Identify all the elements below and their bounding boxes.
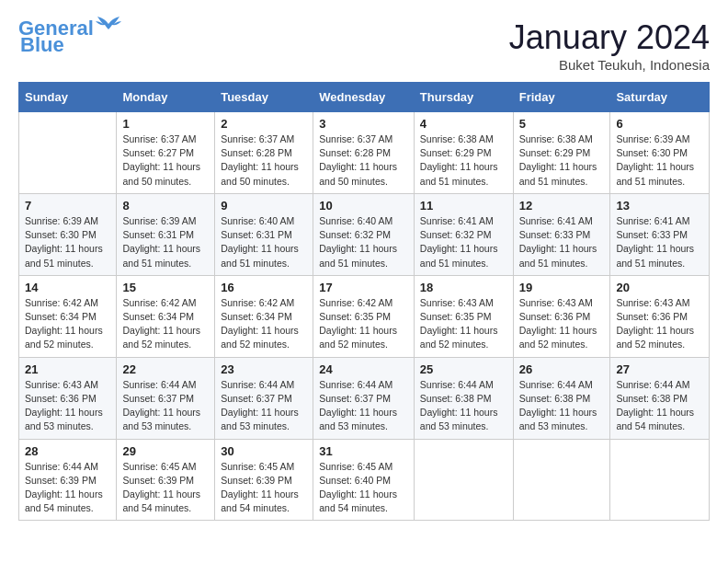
day-number: 21 bbox=[25, 362, 110, 376]
day-info: Sunrise: 6:45 AM Sunset: 6:39 PM Dayligh… bbox=[221, 460, 307, 516]
day-number: 7 bbox=[25, 199, 110, 213]
logo-blue: Blue bbox=[18, 35, 64, 55]
logo: General Blue bbox=[18, 18, 121, 55]
day-number: 28 bbox=[25, 444, 110, 458]
calendar-cell: 24Sunrise: 6:44 AM Sunset: 6:37 PM Dayli… bbox=[313, 357, 415, 439]
day-number: 13 bbox=[616, 199, 703, 213]
calendar-cell: 12Sunrise: 6:41 AM Sunset: 6:33 PM Dayli… bbox=[513, 193, 610, 275]
calendar-week-row: 1Sunrise: 6:37 AM Sunset: 6:27 PM Daylig… bbox=[19, 112, 710, 194]
day-number: 26 bbox=[519, 362, 605, 376]
day-number: 14 bbox=[25, 281, 110, 294]
calendar-cell: 17Sunrise: 6:42 AM Sunset: 6:35 PM Dayli… bbox=[313, 275, 415, 357]
calendar-cell: 6Sunrise: 6:39 AM Sunset: 6:30 PM Daylig… bbox=[610, 112, 710, 194]
day-number: 23 bbox=[221, 362, 307, 376]
day-number: 8 bbox=[122, 199, 209, 213]
day-info: Sunrise: 6:39 AM Sunset: 6:30 PM Dayligh… bbox=[616, 132, 703, 189]
day-info: Sunrise: 6:45 AM Sunset: 6:40 PM Dayligh… bbox=[319, 460, 408, 516]
day-info: Sunrise: 6:43 AM Sunset: 6:36 PM Dayligh… bbox=[25, 378, 110, 434]
day-info: Sunrise: 6:41 AM Sunset: 6:33 PM Dayligh… bbox=[519, 214, 605, 270]
day-number: 20 bbox=[616, 281, 703, 294]
calendar-table: SundayMondayTuesdayWednesdayThursdayFrid… bbox=[18, 82, 710, 521]
day-info: Sunrise: 6:37 AM Sunset: 6:28 PM Dayligh… bbox=[221, 132, 307, 189]
weekday-header-cell: Friday bbox=[513, 83, 610, 112]
day-info: Sunrise: 6:44 AM Sunset: 6:37 PM Dayligh… bbox=[319, 378, 408, 434]
day-number: 12 bbox=[519, 199, 605, 213]
calendar-cell bbox=[414, 439, 513, 521]
day-info: Sunrise: 6:42 AM Sunset: 6:35 PM Dayligh… bbox=[319, 296, 408, 352]
day-number: 27 bbox=[616, 362, 703, 376]
calendar-cell: 9Sunrise: 6:40 AM Sunset: 6:31 PM Daylig… bbox=[215, 193, 313, 275]
calendar-cell: 10Sunrise: 6:40 AM Sunset: 6:32 PM Dayli… bbox=[313, 193, 415, 275]
calendar-cell: 2Sunrise: 6:37 AM Sunset: 6:28 PM Daylig… bbox=[215, 112, 313, 194]
day-info: Sunrise: 6:44 AM Sunset: 6:38 PM Dayligh… bbox=[420, 378, 507, 434]
day-number: 5 bbox=[519, 117, 605, 131]
day-info: Sunrise: 6:40 AM Sunset: 6:32 PM Dayligh… bbox=[319, 214, 408, 270]
calendar-cell bbox=[610, 439, 710, 521]
day-info: Sunrise: 6:43 AM Sunset: 6:36 PM Dayligh… bbox=[519, 296, 605, 352]
day-number: 6 bbox=[616, 117, 703, 131]
calendar-cell: 7Sunrise: 6:39 AM Sunset: 6:30 PM Daylig… bbox=[19, 193, 117, 275]
day-info: Sunrise: 6:44 AM Sunset: 6:38 PM Dayligh… bbox=[519, 378, 605, 434]
day-number: 9 bbox=[221, 199, 307, 213]
day-info: Sunrise: 6:42 AM Sunset: 6:34 PM Dayligh… bbox=[25, 296, 110, 352]
day-number: 19 bbox=[519, 281, 605, 294]
page-header: General Blue January 2024 Buket Teukuh, … bbox=[18, 18, 710, 73]
day-info: Sunrise: 6:40 AM Sunset: 6:31 PM Dayligh… bbox=[221, 214, 307, 270]
day-info: Sunrise: 6:37 AM Sunset: 6:28 PM Dayligh… bbox=[319, 132, 408, 189]
calendar-cell bbox=[513, 439, 610, 521]
day-info: Sunrise: 6:42 AM Sunset: 6:34 PM Dayligh… bbox=[122, 296, 209, 352]
weekday-header-cell: Monday bbox=[117, 83, 215, 112]
day-number: 24 bbox=[319, 362, 408, 376]
calendar-cell: 11Sunrise: 6:41 AM Sunset: 6:32 PM Dayli… bbox=[414, 193, 513, 275]
calendar-body: 1Sunrise: 6:37 AM Sunset: 6:27 PM Daylig… bbox=[19, 112, 710, 521]
day-number: 18 bbox=[420, 281, 507, 294]
logo-bird-icon bbox=[96, 17, 121, 37]
day-number: 3 bbox=[319, 117, 408, 131]
day-info: Sunrise: 6:44 AM Sunset: 6:37 PM Dayligh… bbox=[122, 378, 209, 434]
day-info: Sunrise: 6:41 AM Sunset: 6:33 PM Dayligh… bbox=[616, 214, 703, 270]
weekday-header-cell: Sunday bbox=[19, 83, 117, 112]
day-number: 25 bbox=[420, 362, 507, 376]
day-info: Sunrise: 6:41 AM Sunset: 6:32 PM Dayligh… bbox=[420, 214, 507, 270]
day-number: 30 bbox=[221, 444, 307, 458]
calendar-cell: 20Sunrise: 6:43 AM Sunset: 6:36 PM Dayli… bbox=[610, 275, 710, 357]
calendar-cell: 19Sunrise: 6:43 AM Sunset: 6:36 PM Dayli… bbox=[513, 275, 610, 357]
day-info: Sunrise: 6:39 AM Sunset: 6:31 PM Dayligh… bbox=[122, 214, 209, 270]
calendar-cell: 15Sunrise: 6:42 AM Sunset: 6:34 PM Dayli… bbox=[117, 275, 215, 357]
calendar-cell: 4Sunrise: 6:38 AM Sunset: 6:29 PM Daylig… bbox=[414, 112, 513, 194]
calendar-week-row: 7Sunrise: 6:39 AM Sunset: 6:30 PM Daylig… bbox=[19, 193, 710, 275]
weekday-header-cell: Tuesday bbox=[215, 83, 313, 112]
calendar-cell: 21Sunrise: 6:43 AM Sunset: 6:36 PM Dayli… bbox=[19, 357, 117, 439]
day-info: Sunrise: 6:45 AM Sunset: 6:39 PM Dayligh… bbox=[122, 460, 209, 516]
location: Buket Teukuh, Indonesia bbox=[509, 57, 710, 73]
calendar-cell: 30Sunrise: 6:45 AM Sunset: 6:39 PM Dayli… bbox=[215, 439, 313, 521]
day-number: 4 bbox=[420, 117, 507, 131]
calendar-cell: 8Sunrise: 6:39 AM Sunset: 6:31 PM Daylig… bbox=[117, 193, 215, 275]
calendar-cell: 28Sunrise: 6:44 AM Sunset: 6:39 PM Dayli… bbox=[19, 439, 117, 521]
calendar-cell bbox=[19, 112, 117, 194]
day-info: Sunrise: 6:38 AM Sunset: 6:29 PM Dayligh… bbox=[519, 132, 605, 189]
day-info: Sunrise: 6:44 AM Sunset: 6:37 PM Dayligh… bbox=[221, 378, 307, 434]
weekday-header-cell: Saturday bbox=[610, 83, 710, 112]
weekday-header-cell: Wednesday bbox=[313, 83, 415, 112]
day-number: 22 bbox=[122, 362, 209, 376]
calendar-cell: 16Sunrise: 6:42 AM Sunset: 6:34 PM Dayli… bbox=[215, 275, 313, 357]
day-number: 31 bbox=[319, 444, 408, 458]
calendar-cell: 22Sunrise: 6:44 AM Sunset: 6:37 PM Dayli… bbox=[117, 357, 215, 439]
calendar-cell: 5Sunrise: 6:38 AM Sunset: 6:29 PM Daylig… bbox=[513, 112, 610, 194]
day-number: 10 bbox=[319, 199, 408, 213]
calendar-week-row: 14Sunrise: 6:42 AM Sunset: 6:34 PM Dayli… bbox=[19, 275, 710, 357]
day-info: Sunrise: 6:43 AM Sunset: 6:36 PM Dayligh… bbox=[616, 296, 703, 352]
calendar-cell: 14Sunrise: 6:42 AM Sunset: 6:34 PM Dayli… bbox=[19, 275, 117, 357]
day-info: Sunrise: 6:37 AM Sunset: 6:27 PM Dayligh… bbox=[122, 132, 209, 189]
day-number: 15 bbox=[122, 281, 209, 294]
title-area: January 2024 Buket Teukuh, Indonesia bbox=[509, 18, 710, 73]
day-info: Sunrise: 6:44 AM Sunset: 6:39 PM Dayligh… bbox=[25, 460, 110, 516]
calendar-cell: 1Sunrise: 6:37 AM Sunset: 6:27 PM Daylig… bbox=[117, 112, 215, 194]
day-info: Sunrise: 6:39 AM Sunset: 6:30 PM Dayligh… bbox=[25, 214, 110, 270]
calendar-cell: 23Sunrise: 6:44 AM Sunset: 6:37 PM Dayli… bbox=[215, 357, 313, 439]
calendar-week-row: 28Sunrise: 6:44 AM Sunset: 6:39 PM Dayli… bbox=[19, 439, 710, 521]
day-number: 11 bbox=[420, 199, 507, 213]
calendar-cell: 13Sunrise: 6:41 AM Sunset: 6:33 PM Dayli… bbox=[610, 193, 710, 275]
month-title: January 2024 bbox=[509, 18, 710, 57]
